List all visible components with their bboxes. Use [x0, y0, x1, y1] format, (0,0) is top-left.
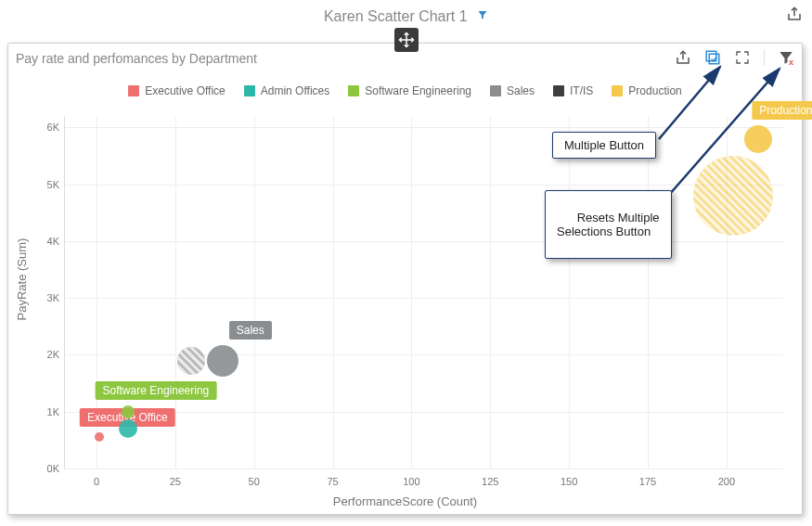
legend-swatch — [244, 85, 255, 96]
data-bubble[interactable] — [119, 419, 137, 438]
y-tick: 0K — [32, 463, 59, 474]
data-bubble[interactable] — [693, 156, 773, 236]
data-bubble[interactable] — [207, 345, 238, 377]
share-icon[interactable] — [786, 6, 803, 22]
legend-swatch — [553, 85, 564, 96]
y-tick: 2K — [32, 349, 59, 360]
y-tick: 5K — [32, 179, 59, 190]
legend-label: Production — [628, 84, 681, 97]
export-icon[interactable] — [675, 49, 691, 66]
legend-item[interactable]: Software Engineering — [348, 84, 471, 97]
legend-swatch — [128, 85, 139, 96]
x-axis-label: PerformanceScore (Count) — [333, 494, 477, 508]
move-handle-icon[interactable] — [394, 28, 419, 52]
y-tick: 1K — [32, 406, 59, 417]
legend-swatch — [348, 85, 359, 96]
fullscreen-icon[interactable] — [734, 49, 751, 66]
x-tick: 175 — [639, 476, 656, 487]
data-bubble[interactable] — [744, 125, 772, 153]
callout-multiple: Multiple Button — [552, 132, 656, 159]
x-tick: 150 — [561, 476, 577, 487]
x-tick: 0 — [94, 476, 99, 487]
legend-label: Executive Office — [145, 84, 225, 97]
filter-icon[interactable] — [477, 9, 488, 20]
x-tick: 125 — [482, 476, 498, 487]
svg-rect-1 — [709, 54, 719, 64]
data-bubble[interactable] — [177, 347, 205, 375]
data-bubble[interactable] — [122, 405, 135, 418]
legend-swatch — [612, 85, 623, 96]
x-tick: 75 — [327, 476, 338, 487]
callout-text: Resets Multiple Selections Button — [557, 211, 660, 238]
data-bubble[interactable] — [95, 432, 104, 442]
chart-title-bar: Karen Scatter Chart 1 — [7, 4, 805, 30]
data-label: Sales — [229, 321, 272, 340]
callout-text: Multiple Button — [564, 138, 644, 152]
data-label: Production — [752, 101, 812, 120]
x-tick: 50 — [249, 476, 260, 487]
y-tick: 4K — [32, 236, 59, 247]
chart-title: Karen Scatter Chart 1 — [324, 8, 468, 24]
y-tick: 3K — [32, 292, 59, 303]
legend-label: Software Engineering — [365, 84, 471, 97]
toolbar-divider — [764, 49, 765, 66]
legend-item[interactable]: Sales — [490, 84, 535, 97]
panel-toolbar: x — [675, 49, 794, 66]
legend-item[interactable]: Admin Offices — [244, 84, 329, 97]
legend-label: IT/IS — [570, 84, 593, 97]
callout-reset: Resets Multiple Selections Button — [545, 190, 672, 259]
multiple-select-icon[interactable] — [704, 49, 721, 66]
y-axis-label: PayRate (Sum) — [15, 237, 29, 320]
plot-area: 0K1K2K3K4K5K6K0255075100125150175200Exec… — [64, 116, 783, 469]
reset-filter-icon[interactable]: x — [778, 49, 794, 66]
legend-swatch — [490, 85, 501, 96]
legend-label: Admin Offices — [261, 84, 329, 97]
legend-item[interactable]: IT/IS — [553, 84, 593, 97]
svg-text:x: x — [789, 58, 793, 67]
x-tick: 25 — [170, 476, 181, 487]
legend-item[interactable]: Executive Office — [128, 84, 225, 97]
legend-item[interactable]: Production — [612, 84, 681, 97]
x-tick: 200 — [718, 476, 735, 487]
legend-label: Sales — [507, 84, 535, 97]
panel-subtitle: Pay rate and perfomances by Department — [16, 51, 257, 66]
legend: Executive OfficeAdmin OfficesSoftware En… — [8, 84, 802, 99]
y-tick: 6K — [32, 122, 59, 133]
data-label: Software Engineering — [96, 381, 217, 400]
x-tick: 100 — [403, 476, 419, 487]
chart-panel: Pay rate and perfomances by Department x… — [7, 43, 803, 515]
